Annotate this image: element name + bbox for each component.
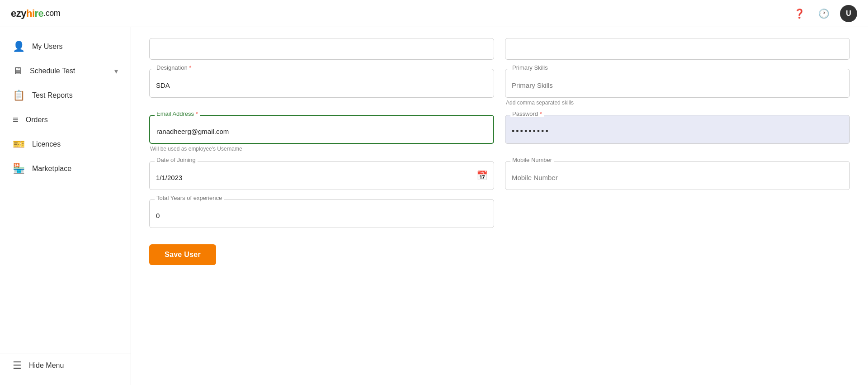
marketplace-icon: 🏪 (13, 163, 25, 175)
sidebar-item-label: Orders (26, 116, 48, 124)
email-field: Email Address * Will be used as employee… (149, 115, 494, 152)
header: ezyhire.com ❓ 🕐 U (0, 0, 868, 27)
primary-skills-label: Primary Skills (510, 64, 550, 71)
date-input[interactable] (149, 161, 494, 190)
sidebar-item-schedule-test[interactable]: 🖥 Schedule Test ▾ (0, 59, 131, 83)
sidebar-item-label: Licences (32, 140, 61, 148)
logo-re: re (35, 8, 44, 19)
form-actions: Save User (149, 237, 850, 265)
avatar-label: U (846, 10, 851, 18)
logo-hi: hi (26, 8, 35, 19)
header-icons: ❓ 🕐 U (791, 5, 857, 22)
designation-label: Designation * (155, 64, 193, 71)
designation-row: Designation * Primary Skills Add comma s… (149, 69, 850, 106)
chevron-down-icon: ▾ (114, 67, 118, 76)
users-icon: 👤 (13, 41, 25, 52)
sidebar-item-marketplace[interactable]: 🏪 Marketplace (0, 157, 131, 181)
experience-input[interactable] (149, 199, 494, 228)
top-strip (149, 38, 850, 60)
help-icon: ❓ (794, 8, 805, 19)
sidebar-item-label: Schedule Test (30, 67, 75, 75)
sidebar-item-my-users[interactable]: 👤 My Users (0, 34, 131, 59)
help-button[interactable]: ❓ (791, 5, 807, 22)
save-user-button[interactable]: Save User (149, 244, 216, 265)
orders-icon: ≡ (13, 114, 19, 126)
date-label: Date of Joining (155, 157, 198, 163)
reports-icon: 📋 (13, 90, 25, 101)
primary-skills-input[interactable] (505, 69, 850, 98)
mobile-label: Mobile Number (510, 157, 554, 163)
licences-icon: 🎫 (13, 138, 25, 150)
sidebar-item-label: Test Reports (32, 91, 73, 100)
sidebar-item-hide-menu[interactable]: ☰ Hide Menu (0, 353, 131, 378)
date-field: Date of Joining 📅 (149, 161, 494, 190)
save-button-label: Save User (165, 251, 201, 258)
logo-dot-com: .com (43, 9, 60, 18)
password-label: Password * (510, 110, 544, 117)
sidebar-item-test-reports[interactable]: 📋 Test Reports (0, 83, 131, 108)
logo-ezy: ezy (11, 8, 26, 19)
logo: ezyhire.com (11, 8, 60, 19)
designation-field: Designation * (149, 69, 494, 106)
form-container: Designation * Primary Skills Add comma s… (131, 27, 868, 385)
designation-input[interactable] (149, 69, 494, 98)
email-input[interactable] (149, 115, 494, 144)
main-content: Designation * Primary Skills Add comma s… (131, 27, 868, 385)
email-label: Email Address * (155, 110, 200, 117)
password-input[interactable] (505, 115, 850, 144)
mobile-input[interactable] (505, 161, 850, 190)
experience-field: Total Years of experience (149, 199, 494, 228)
sidebar-spacer (0, 181, 131, 353)
user-avatar[interactable]: U (840, 5, 857, 22)
sidebar-item-licences[interactable]: 🎫 Licences (0, 132, 131, 157)
primary-skills-hint: Add comma separated skills (505, 100, 850, 106)
sidebar-item-label: My Users (32, 43, 63, 51)
mobile-field: Mobile Number (505, 161, 850, 190)
sidebar-item-label: Hide Menu (29, 361, 64, 370)
email-hint: Will be used as employee's Username (149, 146, 494, 152)
date-mobile-row: Date of Joining 📅 Mobile Number (149, 161, 850, 190)
top-field-left (149, 38, 494, 60)
primary-skills-field: Primary Skills Add comma separated skill… (505, 69, 850, 106)
schedule-icon: 🖥 (13, 65, 23, 77)
experience-row: Total Years of experience (149, 199, 850, 228)
sidebar-item-label: Marketplace (32, 165, 71, 173)
sidebar-item-orders[interactable]: ≡ Orders (0, 108, 131, 132)
sidebar: 👤 My Users 🖥 Schedule Test ▾ 📋 Test Repo… (0, 27, 131, 385)
email-password-row: Email Address * Will be used as employee… (149, 115, 850, 152)
history-icon: 🕐 (818, 8, 830, 19)
experience-label: Total Years of experience (155, 195, 224, 201)
layout: 👤 My Users 🖥 Schedule Test ▾ 📋 Test Repo… (0, 27, 868, 385)
password-field-wrapper: Password * (505, 115, 850, 152)
sidebar-bottom: ☰ Hide Menu (0, 353, 131, 378)
hide-menu-icon: ☰ (13, 360, 22, 371)
top-field-right (505, 38, 850, 60)
history-button[interactable]: 🕐 (816, 5, 832, 22)
